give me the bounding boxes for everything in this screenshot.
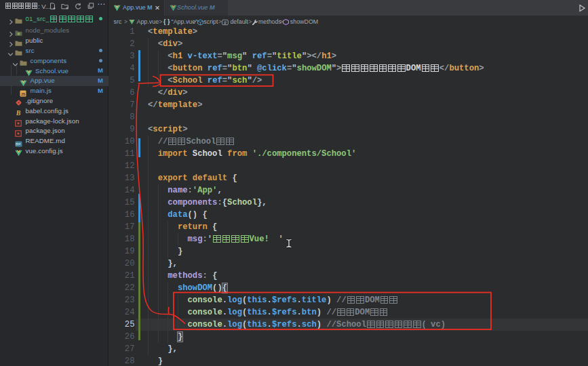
svg-text:@: @ bbox=[224, 20, 227, 25]
svg-text:JS: JS bbox=[21, 92, 26, 96]
